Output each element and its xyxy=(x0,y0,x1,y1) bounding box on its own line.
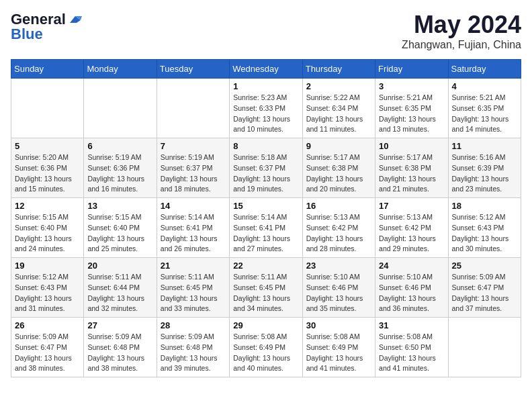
calendar-cell: 7Sunrise: 5:19 AMSunset: 6:37 PMDaylight… xyxy=(157,138,229,198)
weekday-header-friday: Friday xyxy=(375,60,448,79)
day-info: Sunrise: 5:13 AMSunset: 6:42 PMDaylight:… xyxy=(306,212,371,255)
calendar-cell: 1Sunrise: 5:23 AMSunset: 6:33 PMDaylight… xyxy=(230,79,302,138)
page-header: General Blue May 2024 Zhangwan, Fujian, … xyxy=(11,11,521,51)
calendar-cell: 11Sunrise: 5:16 AMSunset: 6:39 PMDayligh… xyxy=(448,138,521,198)
day-number: 8 xyxy=(233,141,298,151)
day-info: Sunrise: 5:10 AMSunset: 6:46 PMDaylight:… xyxy=(306,272,371,314)
day-number: 6 xyxy=(87,141,152,151)
day-info: Sunrise: 5:09 AMSunset: 6:48 PMDaylight:… xyxy=(87,332,152,374)
calendar-cell: 28Sunrise: 5:09 AMSunset: 6:48 PMDayligh… xyxy=(157,318,229,377)
calendar-cell: 29Sunrise: 5:08 AMSunset: 6:49 PMDayligh… xyxy=(230,318,302,377)
day-info: Sunrise: 5:16 AMSunset: 6:39 PMDaylight:… xyxy=(452,152,517,195)
calendar-cell: 30Sunrise: 5:08 AMSunset: 6:49 PMDayligh… xyxy=(302,318,375,377)
calendar-cell: 18Sunrise: 5:12 AMSunset: 6:43 PMDayligh… xyxy=(448,198,521,258)
day-number: 4 xyxy=(452,81,517,91)
day-number: 17 xyxy=(379,201,444,211)
calendar-cell: 6Sunrise: 5:19 AMSunset: 6:36 PMDaylight… xyxy=(84,138,157,198)
day-number: 24 xyxy=(379,261,444,271)
calendar-cell: 22Sunrise: 5:11 AMSunset: 6:45 PMDayligh… xyxy=(230,258,302,318)
day-info: Sunrise: 5:11 AMSunset: 6:44 PMDaylight:… xyxy=(87,272,152,314)
calendar-cell: 2Sunrise: 5:22 AMSunset: 6:34 PMDaylight… xyxy=(302,79,375,138)
calendar-cell: 3Sunrise: 5:21 AMSunset: 6:35 PMDaylight… xyxy=(375,79,448,138)
calendar-cell: 4Sunrise: 5:21 AMSunset: 6:35 PMDaylight… xyxy=(448,79,521,138)
calendar-cell: 23Sunrise: 5:10 AMSunset: 6:46 PMDayligh… xyxy=(302,258,375,318)
day-info: Sunrise: 5:08 AMSunset: 6:49 PMDaylight:… xyxy=(233,332,298,374)
weekday-header-thursday: Thursday xyxy=(302,60,375,79)
day-info: Sunrise: 5:18 AMSunset: 6:37 PMDaylight:… xyxy=(233,152,298,195)
location-subtitle: Zhangwan, Fujian, China xyxy=(402,39,521,51)
calendar-cell xyxy=(157,79,229,138)
calendar-cell: 19Sunrise: 5:12 AMSunset: 6:43 PMDayligh… xyxy=(11,258,84,318)
day-number: 26 xyxy=(15,320,80,330)
day-info: Sunrise: 5:19 AMSunset: 6:36 PMDaylight:… xyxy=(87,152,152,195)
day-number: 15 xyxy=(233,201,298,211)
day-info: Sunrise: 5:10 AMSunset: 6:46 PMDaylight:… xyxy=(379,272,444,314)
day-number: 5 xyxy=(15,141,80,151)
calendar-cell: 17Sunrise: 5:13 AMSunset: 6:42 PMDayligh… xyxy=(375,198,448,258)
calendar-cell xyxy=(84,79,157,138)
day-info: Sunrise: 5:19 AMSunset: 6:37 PMDaylight:… xyxy=(161,152,226,195)
day-info: Sunrise: 5:09 AMSunset: 6:48 PMDaylight:… xyxy=(161,332,226,374)
day-info: Sunrise: 5:17 AMSunset: 6:38 PMDaylight:… xyxy=(306,152,371,195)
calendar-cell: 31Sunrise: 5:08 AMSunset: 6:50 PMDayligh… xyxy=(375,318,448,377)
calendar-week-row: 12Sunrise: 5:15 AMSunset: 6:40 PMDayligh… xyxy=(11,198,521,258)
day-number: 27 xyxy=(87,320,152,330)
day-number: 31 xyxy=(379,320,444,330)
calendar-cell xyxy=(448,318,521,377)
calendar-cell: 20Sunrise: 5:11 AMSunset: 6:44 PMDayligh… xyxy=(84,258,157,318)
calendar-cell: 10Sunrise: 5:17 AMSunset: 6:38 PMDayligh… xyxy=(375,138,448,198)
calendar-cell: 12Sunrise: 5:15 AMSunset: 6:40 PMDayligh… xyxy=(11,198,84,258)
day-number: 30 xyxy=(306,320,371,330)
calendar-cell: 14Sunrise: 5:14 AMSunset: 6:41 PMDayligh… xyxy=(157,198,229,258)
day-number: 23 xyxy=(306,261,371,271)
day-info: Sunrise: 5:08 AMSunset: 6:49 PMDaylight:… xyxy=(306,332,371,374)
day-info: Sunrise: 5:08 AMSunset: 6:50 PMDaylight:… xyxy=(379,332,444,374)
day-info: Sunrise: 5:15 AMSunset: 6:40 PMDaylight:… xyxy=(15,212,80,255)
day-info: Sunrise: 5:22 AMSunset: 6:34 PMDaylight:… xyxy=(306,93,371,135)
day-number: 19 xyxy=(15,261,80,271)
calendar-week-row: 5Sunrise: 5:20 AMSunset: 6:36 PMDaylight… xyxy=(11,138,521,198)
day-number: 10 xyxy=(379,141,444,151)
calendar-cell: 24Sunrise: 5:10 AMSunset: 6:46 PMDayligh… xyxy=(375,258,448,318)
day-number: 2 xyxy=(306,81,371,91)
day-number: 1 xyxy=(233,81,298,91)
main-title: May 2024 xyxy=(402,11,521,39)
day-number: 18 xyxy=(452,201,517,211)
day-info: Sunrise: 5:21 AMSunset: 6:35 PMDaylight:… xyxy=(379,93,444,135)
day-number: 25 xyxy=(452,261,517,271)
calendar-cell: 13Sunrise: 5:15 AMSunset: 6:40 PMDayligh… xyxy=(84,198,157,258)
day-info: Sunrise: 5:14 AMSunset: 6:41 PMDaylight:… xyxy=(161,212,226,255)
day-number: 16 xyxy=(306,201,371,211)
calendar-week-row: 26Sunrise: 5:09 AMSunset: 6:47 PMDayligh… xyxy=(11,318,521,377)
day-info: Sunrise: 5:13 AMSunset: 6:42 PMDaylight:… xyxy=(379,212,444,255)
weekday-header-wednesday: Wednesday xyxy=(230,60,302,79)
calendar-header-row: SundayMondayTuesdayWednesdayThursdayFrid… xyxy=(11,60,521,79)
day-info: Sunrise: 5:12 AMSunset: 6:43 PMDaylight:… xyxy=(452,212,517,255)
calendar-cell: 15Sunrise: 5:14 AMSunset: 6:41 PMDayligh… xyxy=(230,198,302,258)
calendar-cell: 21Sunrise: 5:11 AMSunset: 6:45 PMDayligh… xyxy=(157,258,229,318)
day-info: Sunrise: 5:21 AMSunset: 6:35 PMDaylight:… xyxy=(452,93,517,135)
weekday-header-monday: Monday xyxy=(84,60,157,79)
day-number: 29 xyxy=(233,320,298,330)
day-number: 21 xyxy=(161,261,226,271)
calendar-week-row: 1Sunrise: 5:23 AMSunset: 6:33 PMDaylight… xyxy=(11,79,521,138)
day-info: Sunrise: 5:11 AMSunset: 6:45 PMDaylight:… xyxy=(161,272,226,314)
logo-bird-icon xyxy=(67,13,82,26)
day-number: 9 xyxy=(306,141,371,151)
day-number: 3 xyxy=(379,81,444,91)
day-info: Sunrise: 5:09 AMSunset: 6:47 PMDaylight:… xyxy=(15,332,80,374)
calendar-cell: 8Sunrise: 5:18 AMSunset: 6:37 PMDaylight… xyxy=(230,138,302,198)
calendar-cell: 26Sunrise: 5:09 AMSunset: 6:47 PMDayligh… xyxy=(11,318,84,377)
calendar-table: SundayMondayTuesdayWednesdayThursdayFrid… xyxy=(11,59,521,377)
day-info: Sunrise: 5:12 AMSunset: 6:43 PMDaylight:… xyxy=(15,272,80,314)
day-info: Sunrise: 5:15 AMSunset: 6:40 PMDaylight:… xyxy=(87,212,152,255)
day-number: 7 xyxy=(161,141,226,151)
logo-blue: Blue xyxy=(11,26,43,43)
calendar-cell: 9Sunrise: 5:17 AMSunset: 6:38 PMDaylight… xyxy=(302,138,375,198)
calendar-cell: 16Sunrise: 5:13 AMSunset: 6:42 PMDayligh… xyxy=(302,198,375,258)
day-number: 14 xyxy=(161,201,226,211)
day-number: 12 xyxy=(15,201,80,211)
day-info: Sunrise: 5:17 AMSunset: 6:38 PMDaylight:… xyxy=(379,152,444,195)
day-number: 28 xyxy=(161,320,226,330)
day-info: Sunrise: 5:14 AMSunset: 6:41 PMDaylight:… xyxy=(233,212,298,255)
